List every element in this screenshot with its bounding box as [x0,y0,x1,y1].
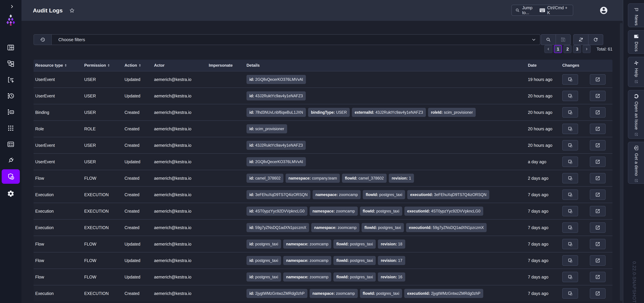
open-changes-button[interactable] [590,189,606,200]
rail-tab-help[interactable]: Help [628,57,644,87]
cell-changes [562,206,612,216]
cell-action: Created [123,291,152,296]
page-button-3[interactable]: 3 [573,45,581,53]
table-row[interactable]: Execution EXECUTION Created aemerich@kes… [34,186,612,203]
cell-action: Created [123,192,152,197]
diff-changes-button[interactable] [562,91,578,101]
diff-changes-button[interactable] [562,272,578,282]
table-row[interactable]: Flow FLOW Updated aemerich@kestra.io id:… [34,252,612,268]
table-row[interactable]: Flow FLOW Created aemerich@kestra.io id:… [34,170,612,186]
diff-changes-button[interactable] [562,239,578,249]
open-in-new-icon [595,241,600,246]
column-header-action[interactable]: Action [123,63,152,68]
rail-tab-docs[interactable]: Docs [628,30,644,54]
table-row[interactable]: UserEvent USER Created aemerich@kestra.i… [34,137,612,153]
jump-to-search[interactable]: Jump to... Ctrl/Cmd + K [512,5,573,16]
detail-badge: id:3eFEhuXqD9TS7Q4izORSQN [246,190,310,199]
table-row[interactable]: Flow FLOW Updated aemerich@kestra.io id:… [34,268,612,285]
sidebar-item-dashboard[interactable] [2,40,20,55]
diff-revisions-icon [568,274,573,280]
open-changes-button[interactable] [590,272,606,282]
sidebar-item-executions[interactable] [2,73,20,87]
diff-changes-button[interactable] [562,288,578,299]
expand-sidebar-chevron-icon[interactable] [10,4,14,9]
open-in-new-icon [595,291,600,296]
sidebar-item-flows[interactable] [2,57,20,71]
filter-history-button[interactable] [34,35,52,45]
favorite-star-icon[interactable] [70,8,74,13]
open-changes-button[interactable] [590,288,606,299]
sidebar-item-settings[interactable] [2,186,20,201]
search-placeholder: Jump to... [522,5,540,15]
sidebar-item-iam-active[interactable] [2,169,20,184]
next-page-button[interactable] [582,45,591,53]
sidebar-item-apps[interactable] [2,137,20,152]
table-row[interactable]: UserEvent USER Updated aemerich@kestra.i… [34,71,612,88]
cell-action: Updated [123,77,152,82]
rail-tab-open-an-issue[interactable]: Open an Issue [628,90,644,139]
sidebar-item-namespaces[interactable] [2,105,20,119]
cell-changes [562,189,612,200]
pagination: 1 2 3 Total: 61 [544,45,612,53]
column-header-resource-type[interactable]: Resource type [34,63,82,68]
table-row[interactable]: Role ROLE Created aemerich@kestra.io id:… [34,120,612,137]
page-button-1[interactable]: 1 [554,45,562,53]
table-row[interactable]: Flow FLOW Updated aemerich@kestra.io id:… [34,236,612,252]
table-row[interactable]: Execution EXECUTION Created aemerich@kes… [34,219,612,236]
table-row[interactable]: Execution EXECUTION Created aemerich@kes… [34,285,612,301]
open-changes-button[interactable] [590,107,606,118]
open-changes-button[interactable] [590,206,606,216]
table-row[interactable]: UserEvent USER Updated aemerich@kestra.i… [34,88,612,104]
cell-permission: FLOW [82,242,123,246]
open-changes-button[interactable] [590,173,606,183]
rail-tab-news[interactable]: News [628,3,644,27]
page-button-2[interactable]: 2 [564,45,572,53]
table-row[interactable]: Binding USER Created aemerich@kestra.io … [34,104,612,120]
audit-logs-table: Resource type Permission Action Actor Im… [34,60,612,301]
account-circle-icon[interactable] [599,6,608,15]
diff-changes-button[interactable] [562,206,578,216]
prev-page-button[interactable] [544,45,552,53]
kestra-logo[interactable] [6,14,16,26]
rail-tab-get-a-demo[interactable]: Get a demo [628,142,644,184]
filters-input[interactable]: Choose filters [34,34,540,45]
open-changes-button[interactable] [590,157,606,167]
cell-actor: aemerich@kestra.io [152,110,207,115]
open-changes-button[interactable] [590,140,606,150]
sidebar-item-blueprints[interactable] [2,121,20,135]
diff-changes-button[interactable] [562,173,578,183]
diff-changes-button[interactable] [562,140,578,150]
filter-save-button[interactable] [556,35,570,45]
sidebar-item-logs[interactable] [2,89,20,103]
cell-permission: USER [82,143,123,148]
table-row[interactable]: Execution EXECUTION Created aemerich@kes… [34,203,612,219]
refresh-button[interactable] [588,35,603,45]
diff-changes-button[interactable] [562,74,578,85]
detail-badge: executionId:59g7yZNsDQ1adXN1pzczmX [406,223,487,232]
diff-changes-button[interactable] [562,255,578,266]
refresh-icon [593,37,598,42]
vertical-scrollbar[interactable] [620,23,622,301]
auto-refresh-toggle-button[interactable] [574,35,588,45]
open-changes-button[interactable] [590,239,606,249]
cell-resource-type: Flow [34,258,82,263]
column-header-permission[interactable]: Permission [82,63,123,68]
diff-changes-button[interactable] [562,107,578,118]
filter-search-button[interactable] [541,35,556,45]
diff-changes-button[interactable] [562,157,578,167]
table-row[interactable]: UserEvent USER Updated aemerich@kestra.i… [34,153,612,170]
cell-details: id:postgres_taxinamespace:zoomcampflowId… [245,239,526,249]
open-changes-button[interactable] [590,74,606,85]
cell-action: Updated [123,159,152,164]
chevron-down-icon[interactable] [531,37,536,42]
open-changes-button[interactable] [590,255,606,266]
sidebar-item-administration[interactable] [2,153,20,168]
blueprints-icon [7,124,14,132]
diff-changes-button[interactable] [562,189,578,200]
open-changes-button[interactable] [590,222,606,233]
diff-changes-button[interactable] [562,222,578,233]
cell-details: id:43J2RuktYc9av4y1eNAFZ3 [245,141,526,150]
open-changes-button[interactable] [590,91,606,101]
open-changes-button[interactable] [590,124,606,134]
diff-changes-button[interactable] [562,124,578,134]
